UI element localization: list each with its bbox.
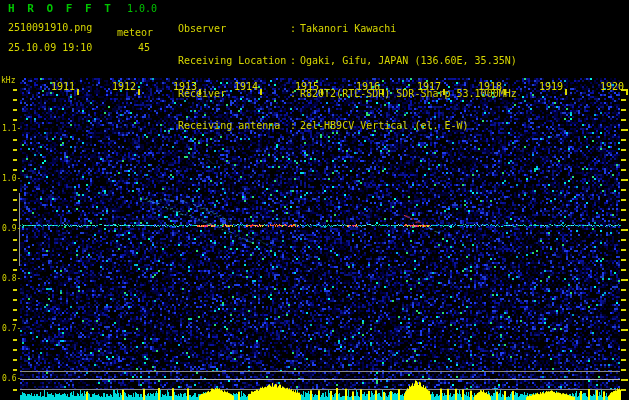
mode-label: meteor [117, 28, 153, 38]
freq-label-0p6: 0.6 [2, 375, 21, 383]
time-label-1920: 1920 [600, 82, 624, 92]
freq-label-0p8: 0.8 [2, 275, 21, 283]
info-separator: : [290, 56, 300, 66]
time-label-1915: 1915 [295, 82, 319, 92]
freq-label-1p0: 1.0 [2, 175, 21, 183]
freq-label-0p7: 0.7 [2, 325, 21, 333]
time-label-1914: 1914 [234, 82, 258, 92]
info-row-observer: Observer:Takanori Kawachi [178, 24, 517, 36]
time-label-1918: 1918 [478, 82, 502, 92]
app-title: H R O F F T [8, 3, 114, 14]
info-row-receiver: Receiver:R820T2(RTL-SDR) SDR-Sharp 53.10… [178, 89, 517, 101]
info-separator: : [290, 121, 300, 131]
info-label: Receiving antenna [178, 121, 290, 131]
info-row-location: Receiving Location:Ogaki, Gifu, JAPAN (1… [178, 56, 517, 68]
datetime-label: 25.10.09 19:10 [8, 43, 92, 53]
time-label-1919: 1919 [539, 82, 563, 92]
info-value: Ogaki, Gifu, JAPAN (136.60E, 35.35N) [300, 55, 517, 66]
info-separator: : [290, 24, 300, 34]
y-axis-unit: kHz [1, 77, 15, 85]
observation-info: Observer:Takanori Kawachi Receiving Loca… [178, 4, 517, 154]
time-label-1916: 1916 [356, 82, 380, 92]
info-value: Takanori Kawachi [300, 23, 396, 34]
freq-label-0p9: 0.9 [2, 225, 21, 233]
time-label-1913: 1913 [173, 82, 197, 92]
time-label-1917: 1917 [417, 82, 441, 92]
info-row-antenna: Receiving antenna:2el-HB9CV Vertical (el… [178, 121, 517, 133]
time-label-1911: 1911 [51, 82, 75, 92]
hrofft-window: H R O F F T 1.0.0 2510091910.png meteor … [0, 0, 629, 400]
output-filename: 2510091910.png [8, 23, 92, 33]
info-label: Receiving Location [178, 56, 290, 66]
app-version: 1.0.0 [127, 4, 157, 14]
info-value: 2el-HB9CV Vertical (el. E-W) [300, 120, 469, 131]
info-label: Observer [178, 24, 290, 34]
echo-count: 45 [138, 43, 150, 53]
freq-label-1p1: 1.1 [2, 125, 21, 133]
time-label-1912: 1912 [112, 82, 136, 92]
